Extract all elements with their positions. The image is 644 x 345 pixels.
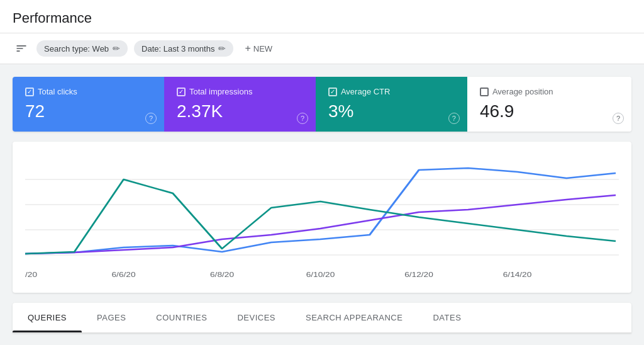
tab-devices[interactable]: DEVICES [222, 303, 291, 332]
page-header: Performance [0, 0, 644, 33]
svg-text:6/14/20: 6/14/20 [503, 271, 532, 278]
metric-clicks-help[interactable]: ? [145, 113, 157, 124]
metrics-card: Total clicks 72 ? Total impressions 2.37… [13, 77, 631, 132]
filter-icon [15, 42, 28, 55]
chart-container: 6/4/20 6/6/20 6/8/20 6/10/20 6/12/20 6/1… [13, 142, 631, 293]
page-title: Performance [13, 10, 631, 26]
search-type-edit-icon: ✏ [113, 43, 120, 54]
tab-dates[interactable]: DATES [418, 303, 476, 332]
metric-ctr-checkbox[interactable] [328, 88, 337, 96]
main-content: Total clicks 72 ? Total impressions 2.37… [0, 64, 644, 345]
new-label: NEW [253, 44, 272, 54]
svg-text:6/8/20: 6/8/20 [210, 271, 234, 278]
metric-clicks-label: Total clicks [38, 87, 77, 96]
svg-text:6/4/20: 6/4/20 [25, 271, 37, 278]
metric-ctr-help[interactable]: ? [448, 113, 460, 124]
tab-queries[interactable]: QUERIES [13, 303, 82, 332]
metric-position-value: 46.9 [480, 101, 619, 122]
metric-clicks-value: 72 [25, 101, 152, 122]
svg-text:6/12/20: 6/12/20 [404, 271, 433, 278]
metric-ctr-label-row: Average CTR [328, 87, 455, 96]
tab-search-appearance[interactable]: SEARCH APPEARANCE [291, 303, 418, 332]
date-chip[interactable]: Date: Last 3 months ✏ [134, 40, 233, 57]
metric-clicks-label-row: Total clicks [25, 87, 152, 96]
metric-clicks-checkbox[interactable] [25, 88, 34, 96]
metric-position-label: Average position [492, 87, 553, 96]
tab-pages[interactable]: PAGES [82, 303, 141, 332]
metric-impressions-value: 2.37K [177, 101, 303, 122]
svg-text:6/10/20: 6/10/20 [306, 271, 335, 278]
page-container: Performance Search type: Web ✏ Date: Las… [0, 0, 644, 345]
tab-countries[interactable]: COUNTRIES [141, 303, 222, 332]
search-type-chip[interactable]: Search type: Web ✏ [36, 40, 128, 57]
new-button[interactable]: + NEW [240, 40, 277, 57]
metric-impressions-help[interactable]: ? [297, 113, 308, 124]
search-type-label: Search type: Web [44, 44, 109, 54]
filter-icon-button[interactable] [13, 40, 30, 57]
metric-ctr-value: 3% [328, 101, 455, 122]
metric-impressions-label-row: Total impressions [177, 87, 303, 96]
metric-ctr[interactable]: Average CTR 3% ? [316, 77, 467, 132]
performance-chart: 6/4/20 6/6/20 6/8/20 6/10/20 6/12/20 6/1… [25, 154, 619, 280]
metric-impressions[interactable]: Total impressions 2.37K ? [164, 77, 316, 132]
date-label: Date: Last 3 months [142, 44, 214, 54]
metric-ctr-label: Average CTR [341, 87, 391, 96]
metric-position-help[interactable]: ? [613, 113, 624, 124]
plus-icon: + [245, 43, 250, 54]
svg-text:6/6/20: 6/6/20 [112, 271, 136, 278]
chart-area: 6/4/20 6/6/20 6/8/20 6/10/20 6/12/20 6/1… [25, 154, 619, 280]
metric-impressions-checkbox[interactable] [177, 88, 186, 96]
metric-clicks[interactable]: Total clicks 72 ? [13, 77, 164, 132]
metric-impressions-label: Total impressions [189, 87, 252, 96]
metric-position-label-row: Average position [480, 87, 619, 96]
tabs-container: QUERIES PAGES COUNTRIES DEVICES SEARCH A… [13, 303, 631, 333]
date-edit-icon: ✏ [218, 43, 226, 54]
metric-position-checkbox[interactable] [480, 88, 489, 96]
toolbar: Search type: Web ✏ Date: Last 3 months ✏… [0, 33, 644, 64]
metric-position[interactable]: Average position 46.9 ? [467, 77, 631, 132]
